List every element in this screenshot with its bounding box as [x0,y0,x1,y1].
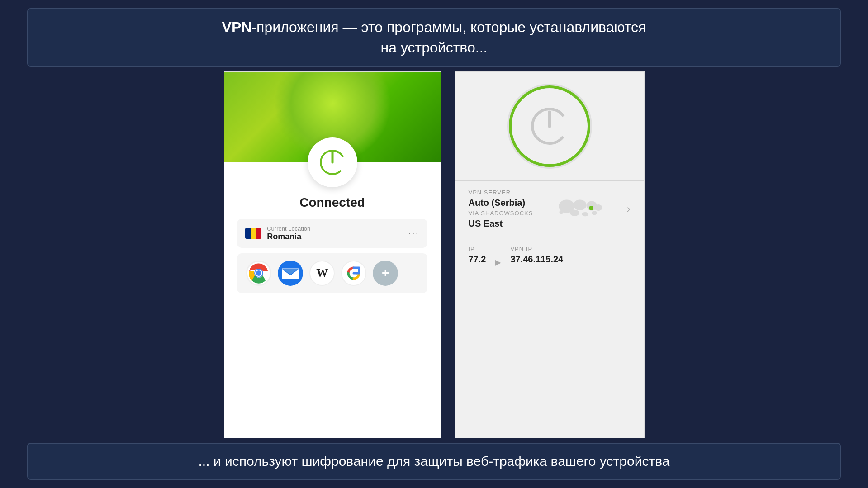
vpn-ip-label: VPN IP [510,246,563,252]
power-icon-left [319,149,346,176]
location-left: Current Location Romania [245,225,310,242]
top-banner-bold: VPN [222,19,252,35]
chevron-right-icon[interactable]: › [627,203,631,215]
top-banner-text: -приложения — это программы, которые уст… [251,19,646,35]
more-apps-icon[interactable]: + [373,261,398,286]
location-row[interactable]: Current Location Romania ··· [237,219,427,248]
ip-value: 77.2 [469,254,486,265]
vpn-server-section[interactable]: VPN SERVER Auto (Serbia) VIA SHADOWSOCKS… [455,181,644,237]
right-panel: VPN SERVER Auto (Serbia) VIA SHADOWSOCKS… [455,71,645,438]
connected-status: Connected [299,195,365,210]
power-icon-right [529,106,570,147]
power-button-left[interactable] [308,137,357,187]
wikipedia-w: W [316,266,328,280]
plus-symbol: + [382,266,389,280]
location-label: Current Location [267,225,310,232]
location-name: Romania [267,232,310,242]
google-app-icon[interactable] [341,261,366,286]
svg-point-17 [559,210,563,214]
via-label: VIA SHADOWSOCKS [469,210,533,217]
panel-gap [441,71,455,438]
vpn-ip-col: VPN IP 37.46.115.24 [510,246,563,265]
svg-point-16 [592,211,597,215]
svg-point-11 [573,199,586,210]
vpn-server-info: VPN SERVER Auto (Serbia) VIA SHADOWSOCKS… [469,189,533,229]
apps-row: W + [237,253,427,293]
map-location-dot [589,206,593,210]
gmail-app-icon[interactable] [278,261,303,286]
via-value: US East [469,218,533,229]
top-banner-line2: на устройство... [381,39,488,56]
power-button-right[interactable] [509,85,590,167]
left-phone-panel: Connected Current Location Romania ··· [224,71,441,438]
wikipedia-app-icon[interactable]: W [309,261,335,286]
vpn-ip-value: 37.46.115.24 [510,254,563,265]
vpn-server-value: Auto (Serbia) [469,198,533,208]
svg-point-14 [570,209,579,216]
svg-point-5 [256,270,261,276]
location-info: Current Location Romania [267,225,310,242]
flag-romania [245,228,261,239]
map-container [553,193,607,225]
world-map [553,193,607,225]
svg-point-13 [594,204,602,211]
bottom-banner: ... и используют шифрование для защиты в… [27,443,841,480]
ip-section: IP 77.2 ▶ VPN IP 37.46.115.24 [455,237,644,275]
svg-point-15 [582,212,588,216]
top-banner: VPN-приложения — это программы, которые … [27,8,841,67]
ip-col: IP 77.2 [469,246,486,265]
main-content: Connected Current Location Romania ··· [0,71,868,438]
bottom-banner-text: ... и используют шифрование для защиты в… [199,454,670,469]
arrow-right-icon: ▶ [495,257,501,267]
dots-menu-icon[interactable]: ··· [408,227,419,239]
ip-label: IP [469,246,486,252]
chrome-app-icon[interactable] [246,261,271,286]
vpn-server-label: VPN SERVER [469,189,533,196]
